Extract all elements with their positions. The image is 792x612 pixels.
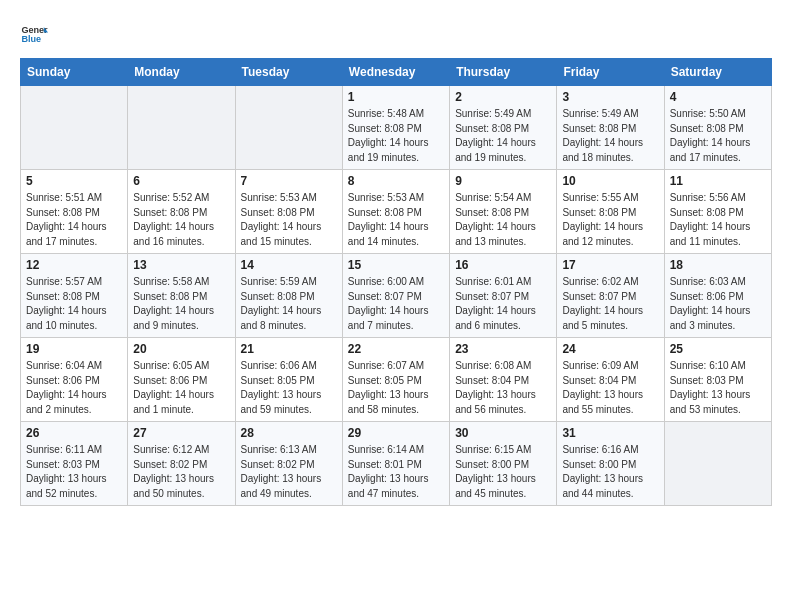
day-number: 26 <box>26 426 122 440</box>
calendar-cell: 22Sunrise: 6:07 AM Sunset: 8:05 PM Dayli… <box>342 338 449 422</box>
day-info: Sunrise: 5:50 AM Sunset: 8:08 PM Dayligh… <box>670 107 766 165</box>
calendar-cell: 8Sunrise: 5:53 AM Sunset: 8:08 PM Daylig… <box>342 170 449 254</box>
calendar-cell <box>21 86 128 170</box>
calendar-body: 1Sunrise: 5:48 AM Sunset: 8:08 PM Daylig… <box>21 86 772 506</box>
calendar-cell: 3Sunrise: 5:49 AM Sunset: 8:08 PM Daylig… <box>557 86 664 170</box>
calendar-cell: 31Sunrise: 6:16 AM Sunset: 8:00 PM Dayli… <box>557 422 664 506</box>
calendar-cell: 26Sunrise: 6:11 AM Sunset: 8:03 PM Dayli… <box>21 422 128 506</box>
day-info: Sunrise: 6:14 AM Sunset: 8:01 PM Dayligh… <box>348 443 444 501</box>
day-number: 29 <box>348 426 444 440</box>
day-info: Sunrise: 5:49 AM Sunset: 8:08 PM Dayligh… <box>455 107 551 165</box>
day-info: Sunrise: 5:51 AM Sunset: 8:08 PM Dayligh… <box>26 191 122 249</box>
day-number: 19 <box>26 342 122 356</box>
day-info: Sunrise: 6:09 AM Sunset: 8:04 PM Dayligh… <box>562 359 658 417</box>
day-info: Sunrise: 6:04 AM Sunset: 8:06 PM Dayligh… <box>26 359 122 417</box>
page-header: General Blue <box>20 20 772 48</box>
day-number: 15 <box>348 258 444 272</box>
day-number: 14 <box>241 258 337 272</box>
calendar-cell: 13Sunrise: 5:58 AM Sunset: 8:08 PM Dayli… <box>128 254 235 338</box>
calendar-cell: 16Sunrise: 6:01 AM Sunset: 8:07 PM Dayli… <box>450 254 557 338</box>
calendar-week-3: 12Sunrise: 5:57 AM Sunset: 8:08 PM Dayli… <box>21 254 772 338</box>
calendar-week-1: 1Sunrise: 5:48 AM Sunset: 8:08 PM Daylig… <box>21 86 772 170</box>
calendar-cell: 15Sunrise: 6:00 AM Sunset: 8:07 PM Dayli… <box>342 254 449 338</box>
calendar-cell: 27Sunrise: 6:12 AM Sunset: 8:02 PM Dayli… <box>128 422 235 506</box>
day-info: Sunrise: 6:16 AM Sunset: 8:00 PM Dayligh… <box>562 443 658 501</box>
calendar-cell: 4Sunrise: 5:50 AM Sunset: 8:08 PM Daylig… <box>664 86 771 170</box>
day-info: Sunrise: 6:03 AM Sunset: 8:06 PM Dayligh… <box>670 275 766 333</box>
day-info: Sunrise: 6:15 AM Sunset: 8:00 PM Dayligh… <box>455 443 551 501</box>
day-info: Sunrise: 5:53 AM Sunset: 8:08 PM Dayligh… <box>348 191 444 249</box>
calendar-cell: 23Sunrise: 6:08 AM Sunset: 8:04 PM Dayli… <box>450 338 557 422</box>
calendar-cell: 20Sunrise: 6:05 AM Sunset: 8:06 PM Dayli… <box>128 338 235 422</box>
day-info: Sunrise: 5:57 AM Sunset: 8:08 PM Dayligh… <box>26 275 122 333</box>
day-number: 31 <box>562 426 658 440</box>
weekday-tuesday: Tuesday <box>235 59 342 86</box>
calendar-cell: 28Sunrise: 6:13 AM Sunset: 8:02 PM Dayli… <box>235 422 342 506</box>
day-info: Sunrise: 6:07 AM Sunset: 8:05 PM Dayligh… <box>348 359 444 417</box>
day-number: 11 <box>670 174 766 188</box>
weekday-header-row: SundayMondayTuesdayWednesdayThursdayFrid… <box>21 59 772 86</box>
day-info: Sunrise: 6:02 AM Sunset: 8:07 PM Dayligh… <box>562 275 658 333</box>
day-number: 5 <box>26 174 122 188</box>
day-number: 12 <box>26 258 122 272</box>
logo: General Blue <box>20 20 52 48</box>
weekday-friday: Friday <box>557 59 664 86</box>
day-number: 16 <box>455 258 551 272</box>
day-info: Sunrise: 6:11 AM Sunset: 8:03 PM Dayligh… <box>26 443 122 501</box>
calendar-cell: 9Sunrise: 5:54 AM Sunset: 8:08 PM Daylig… <box>450 170 557 254</box>
day-info: Sunrise: 5:48 AM Sunset: 8:08 PM Dayligh… <box>348 107 444 165</box>
calendar-cell: 6Sunrise: 5:52 AM Sunset: 8:08 PM Daylig… <box>128 170 235 254</box>
calendar-cell <box>235 86 342 170</box>
day-number: 24 <box>562 342 658 356</box>
day-info: Sunrise: 6:00 AM Sunset: 8:07 PM Dayligh… <box>348 275 444 333</box>
day-number: 7 <box>241 174 337 188</box>
day-info: Sunrise: 5:49 AM Sunset: 8:08 PM Dayligh… <box>562 107 658 165</box>
calendar-cell <box>128 86 235 170</box>
day-number: 10 <box>562 174 658 188</box>
day-number: 13 <box>133 258 229 272</box>
calendar-week-2: 5Sunrise: 5:51 AM Sunset: 8:08 PM Daylig… <box>21 170 772 254</box>
weekday-thursday: Thursday <box>450 59 557 86</box>
day-info: Sunrise: 5:53 AM Sunset: 8:08 PM Dayligh… <box>241 191 337 249</box>
day-number: 2 <box>455 90 551 104</box>
calendar-cell: 29Sunrise: 6:14 AM Sunset: 8:01 PM Dayli… <box>342 422 449 506</box>
day-number: 17 <box>562 258 658 272</box>
day-info: Sunrise: 6:10 AM Sunset: 8:03 PM Dayligh… <box>670 359 766 417</box>
day-number: 30 <box>455 426 551 440</box>
day-info: Sunrise: 6:05 AM Sunset: 8:06 PM Dayligh… <box>133 359 229 417</box>
calendar-cell: 7Sunrise: 5:53 AM Sunset: 8:08 PM Daylig… <box>235 170 342 254</box>
calendar-cell: 18Sunrise: 6:03 AM Sunset: 8:06 PM Dayli… <box>664 254 771 338</box>
day-number: 8 <box>348 174 444 188</box>
calendar-cell <box>664 422 771 506</box>
day-number: 28 <box>241 426 337 440</box>
calendar-cell: 11Sunrise: 5:56 AM Sunset: 8:08 PM Dayli… <box>664 170 771 254</box>
day-number: 9 <box>455 174 551 188</box>
calendar-week-4: 19Sunrise: 6:04 AM Sunset: 8:06 PM Dayli… <box>21 338 772 422</box>
calendar-cell: 5Sunrise: 5:51 AM Sunset: 8:08 PM Daylig… <box>21 170 128 254</box>
calendar-cell: 17Sunrise: 6:02 AM Sunset: 8:07 PM Dayli… <box>557 254 664 338</box>
calendar-cell: 2Sunrise: 5:49 AM Sunset: 8:08 PM Daylig… <box>450 86 557 170</box>
calendar-cell: 1Sunrise: 5:48 AM Sunset: 8:08 PM Daylig… <box>342 86 449 170</box>
svg-text:Blue: Blue <box>21 34 41 44</box>
day-number: 20 <box>133 342 229 356</box>
calendar-cell: 25Sunrise: 6:10 AM Sunset: 8:03 PM Dayli… <box>664 338 771 422</box>
day-info: Sunrise: 6:12 AM Sunset: 8:02 PM Dayligh… <box>133 443 229 501</box>
day-number: 4 <box>670 90 766 104</box>
day-info: Sunrise: 5:55 AM Sunset: 8:08 PM Dayligh… <box>562 191 658 249</box>
day-number: 27 <box>133 426 229 440</box>
calendar-cell: 19Sunrise: 6:04 AM Sunset: 8:06 PM Dayli… <box>21 338 128 422</box>
day-number: 23 <box>455 342 551 356</box>
day-info: Sunrise: 5:58 AM Sunset: 8:08 PM Dayligh… <box>133 275 229 333</box>
weekday-saturday: Saturday <box>664 59 771 86</box>
weekday-wednesday: Wednesday <box>342 59 449 86</box>
calendar-cell: 14Sunrise: 5:59 AM Sunset: 8:08 PM Dayli… <box>235 254 342 338</box>
day-number: 21 <box>241 342 337 356</box>
day-number: 6 <box>133 174 229 188</box>
weekday-monday: Monday <box>128 59 235 86</box>
calendar-table: SundayMondayTuesdayWednesdayThursdayFrid… <box>20 58 772 506</box>
day-info: Sunrise: 6:01 AM Sunset: 8:07 PM Dayligh… <box>455 275 551 333</box>
day-info: Sunrise: 6:08 AM Sunset: 8:04 PM Dayligh… <box>455 359 551 417</box>
day-number: 25 <box>670 342 766 356</box>
day-info: Sunrise: 5:59 AM Sunset: 8:08 PM Dayligh… <box>241 275 337 333</box>
calendar-cell: 21Sunrise: 6:06 AM Sunset: 8:05 PM Dayli… <box>235 338 342 422</box>
